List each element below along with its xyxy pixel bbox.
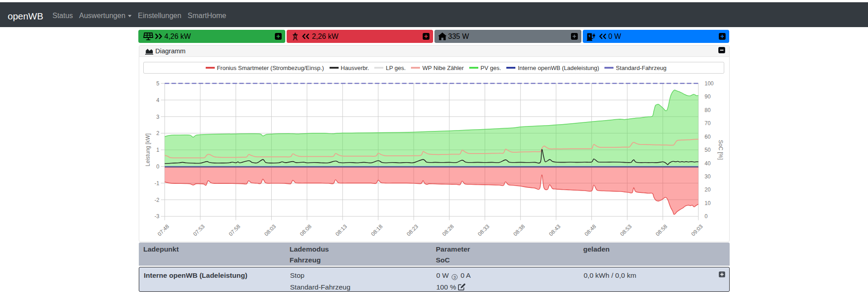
svg-text:08:13: 08:13 bbox=[334, 223, 348, 237]
svg-text:08:38: 08:38 bbox=[512, 223, 526, 237]
svg-text:80: 80 bbox=[705, 107, 711, 113]
svg-text:08:53: 08:53 bbox=[619, 223, 633, 237]
svg-text:08:48: 08:48 bbox=[583, 223, 597, 237]
svg-text:07:58: 07:58 bbox=[227, 223, 241, 237]
svg-text:08:18: 08:18 bbox=[370, 223, 384, 237]
svg-text:-3: -3 bbox=[155, 213, 160, 220]
svg-text:09:03: 09:03 bbox=[690, 223, 704, 237]
svg-text:Leistung [kW]: Leistung [kW] bbox=[145, 133, 151, 166]
svg-text:40: 40 bbox=[705, 160, 711, 167]
svg-text:SoC [%]: SoC [%] bbox=[717, 140, 724, 160]
svg-text:100: 100 bbox=[705, 80, 714, 87]
svg-text:30: 30 bbox=[705, 173, 711, 180]
svg-text:08:03: 08:03 bbox=[263, 223, 277, 237]
svg-text:08:28: 08:28 bbox=[441, 223, 455, 237]
svg-text:4: 4 bbox=[156, 97, 160, 103]
svg-text:90: 90 bbox=[705, 93, 711, 100]
svg-text:0: 0 bbox=[705, 213, 708, 220]
svg-text:20: 20 bbox=[705, 187, 711, 193]
svg-text:10: 10 bbox=[705, 200, 711, 206]
svg-text:08:08: 08:08 bbox=[299, 223, 313, 237]
svg-text:08:23: 08:23 bbox=[406, 223, 420, 237]
svg-text:3: 3 bbox=[156, 114, 160, 120]
svg-text:-2: -2 bbox=[155, 197, 160, 203]
svg-text:70: 70 bbox=[705, 120, 711, 126]
svg-text:08:58: 08:58 bbox=[655, 223, 669, 237]
svg-text:5: 5 bbox=[156, 80, 160, 87]
svg-text:50: 50 bbox=[705, 147, 711, 153]
svg-text:60: 60 bbox=[705, 134, 711, 140]
svg-text:1: 1 bbox=[156, 147, 160, 153]
svg-text:-1: -1 bbox=[155, 180, 160, 187]
svg-text:07:53: 07:53 bbox=[192, 223, 206, 237]
svg-text:08:43: 08:43 bbox=[547, 223, 561, 237]
svg-text:07:48: 07:48 bbox=[156, 223, 170, 237]
svg-text:0: 0 bbox=[156, 164, 160, 170]
svg-text:2: 2 bbox=[156, 130, 160, 136]
svg-text:08:33: 08:33 bbox=[476, 223, 491, 237]
